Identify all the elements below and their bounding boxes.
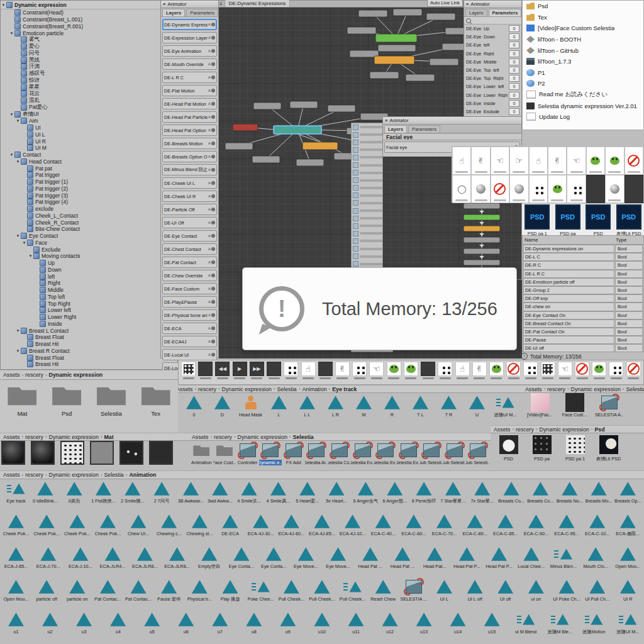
asset-item[interactable]: Head Pat... (421, 545, 449, 577)
asset-item[interactable]: 追随UI M... (491, 393, 519, 432)
gear-icon[interactable] (211, 23, 215, 26)
hierarchy-item[interactable]: Right (1, 280, 177, 287)
asset-item[interactable]: 7 Star星星... (439, 479, 467, 512)
asset-thumb[interactable]: ☜ (557, 362, 573, 379)
hierarchy-item[interactable]: 问号 (1, 50, 177, 57)
animator-layer[interactable]: DE-Pat ContactA (162, 257, 217, 268)
asset-item[interactable]: Eye Conta... (227, 545, 255, 577)
parameter-row[interactable]: DE-PauseBool (523, 336, 643, 344)
hierarchy-item[interactable]: 混乱 (1, 97, 177, 104)
asset-item[interactable]: ui M Blend (512, 610, 540, 643)
animator-parameter[interactable]: DE-Eye_Inside0 (464, 99, 521, 108)
asset-item[interactable]: 6 Penic惊吓 (410, 479, 438, 512)
asset-item[interactable]: 0 IdleBlink... (31, 479, 59, 512)
gear-icon[interactable] (211, 287, 215, 291)
gear-icon[interactable] (211, 326, 215, 330)
hierarchy-item[interactable]: Lower Right (1, 314, 177, 321)
breadcrumb-segment[interactable]: rescery (25, 372, 43, 378)
asset-item[interactable]: u7 (206, 610, 234, 643)
asset-item[interactable]: 1 Fist摸摸... (89, 479, 118, 512)
hierarchy-item[interactable]: ▼Breast L Contact (1, 327, 177, 334)
asset-item[interactable]: Breasts Co... (497, 479, 526, 512)
breadcrumb-segment[interactable]: Dynamic expression (49, 434, 99, 440)
animator-layer[interactable]: DE-ECA4JA (162, 336, 217, 347)
graph-tab[interactable]: DE-Dynamic Expressions (225, 0, 291, 7)
project-file-row[interactable]: Read me お読みください (523, 89, 643, 101)
parameter-value-field[interactable]: 0 (509, 100, 519, 107)
expand-arrow-icon[interactable]: ▼ (9, 113, 14, 116)
asset-item[interactable]: ECA-C-85... (491, 512, 519, 545)
breadcrumb-segment[interactable]: Selestia (277, 386, 296, 392)
hierarchy-item[interactable]: Pat爱心 (1, 104, 177, 111)
asset-item[interactable]: Breasts Op... (614, 479, 642, 512)
project-file-row[interactable]: Update Log (523, 111, 643, 123)
menu-icon[interactable]: ≡ (385, 118, 387, 123)
gear-icon[interactable] (211, 49, 215, 53)
animator-layer[interactable]: DE-Cheek UI RA (162, 191, 217, 202)
folder-item[interactable]: Tex (136, 385, 175, 433)
hierarchy-item[interactable]: Down (1, 267, 177, 274)
expand-arrow-icon[interactable]: ▼ (15, 119, 21, 123)
breadcrumb-segment[interactable]: Selestia (626, 386, 644, 392)
hierarchy-item[interactable]: Breast Hit (1, 341, 177, 348)
gear-icon[interactable] (211, 340, 215, 343)
asset-item[interactable]: Selestia Ex... (351, 441, 374, 470)
auto-live-link-button[interactable]: Auto Live Link (427, 0, 463, 7)
asset-item[interactable]: SELESTIA A... (595, 393, 623, 425)
animator-layer[interactable]: DE-Chest ContactA (162, 243, 217, 255)
gesture-thumb[interactable] (509, 175, 528, 203)
asset-item[interactable]: Physical b... (186, 577, 214, 610)
hierarchy-item[interactable]: ▼Head Contact (1, 158, 177, 165)
animator-layer[interactable]: DE-Chew OverrideA (162, 270, 217, 281)
asset-item[interactable]: particle off (33, 577, 61, 610)
hierarchy-item[interactable]: Pat pat (1, 165, 177, 172)
asset-thumb[interactable]: ✌ (472, 362, 487, 379)
asset-item[interactable]: 5x Heart... (323, 479, 351, 512)
gesture-thumb[interactable] (586, 175, 605, 203)
parameter-row[interactable]: DE-L R CBool (523, 270, 643, 278)
breadcrumb-segment[interactable]: Assets (3, 472, 19, 478)
asset-thumb[interactable] (318, 362, 333, 379)
asset-item[interactable]: Head Pat ... (356, 545, 384, 577)
hierarchy-item[interactable]: ▼Breast R Contact (1, 348, 177, 355)
asset-item[interactable]: UI Pull Ch... (583, 577, 611, 610)
asset-thumb[interactable] (283, 362, 299, 379)
hierarchy-item[interactable]: 感叹号 (1, 70, 177, 77)
tab-parameters[interactable]: Parameters (489, 9, 522, 16)
gesture-thumb[interactable] (548, 175, 567, 203)
gesture-thumb[interactable]: ☞ (509, 147, 528, 175)
material-thumb[interactable] (149, 441, 173, 465)
hierarchy-item[interactable]: Pat trigger (3) (1, 192, 177, 199)
asset-thumb[interactable] (352, 362, 367, 379)
parameter-value-field[interactable]: 0 (509, 108, 519, 115)
gesture-thumb[interactable]: ✌ (471, 147, 490, 175)
animator-layer[interactable]: DE-UI OffA (162, 217, 217, 228)
breadcrumb-segment[interactable]: Assets (3, 372, 19, 378)
gesture-thumb[interactable] (529, 175, 548, 203)
asset-item[interactable]: ECA-C-70... (430, 512, 458, 545)
parameter-value-field[interactable]: 0 (509, 25, 519, 32)
asset-item[interactable]: 6 Anger生气 (352, 479, 380, 512)
parameter-row[interactable]: DE-UI offBool (523, 344, 643, 352)
animator-layer[interactable]: DE-Head Pat MotionA (162, 98, 217, 109)
asset-item[interactable]: Poke Chee... (247, 577, 275, 610)
parameter-value-field[interactable]: 0 (509, 83, 519, 90)
asset-item[interactable]: 3wd Awkw... (206, 479, 234, 512)
gear-icon[interactable] (211, 62, 215, 66)
asset-item[interactable]: PSD pa (528, 433, 556, 470)
asset-item[interactable]: u11 (341, 610, 370, 643)
parameter-value-field[interactable]: 0 (509, 50, 519, 57)
asset-thumb[interactable] (540, 362, 556, 379)
breadcrumb-segment[interactable]: Assets (525, 386, 541, 392)
breadcrumb-segment[interactable]: Facial eye (386, 134, 413, 140)
gesture-thumb[interactable] (605, 175, 624, 203)
material-thumb[interactable] (119, 441, 143, 465)
asset-item[interactable]: ECA-4J-30... (247, 512, 275, 545)
asset-item[interactable]: ECA-C-40... (369, 512, 397, 545)
gesture-thumb[interactable]: ☝ (529, 147, 548, 175)
expand-arrow-icon[interactable]: ▼ (21, 241, 27, 245)
asset-item[interactable]: ECA-JLR8... (163, 545, 191, 577)
asset-item[interactable]: Breasts Co... (526, 479, 555, 512)
parameter-value-field[interactable]: 0 (509, 42, 519, 48)
asset-item[interactable]: ECA-C-80... (461, 512, 489, 545)
